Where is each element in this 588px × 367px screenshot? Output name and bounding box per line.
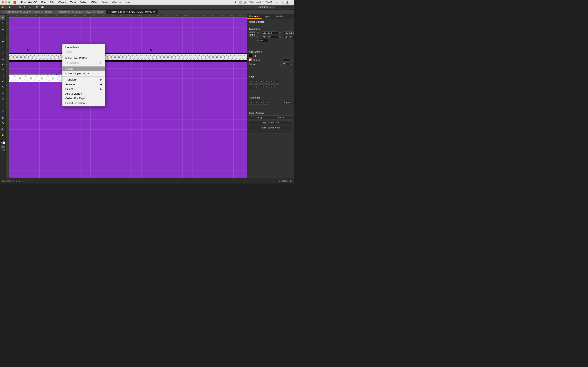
origin-tl[interactable] — [250, 32, 251, 33]
align-top-btn[interactable]: ⊤ — [264, 79, 269, 83]
search-input[interactable] — [272, 6, 293, 9]
eyedropper-tool[interactable]: 💧 — [0, 115, 5, 120]
warp-tool[interactable]: 〜 — [0, 91, 5, 96]
dist-center-h-btn[interactable]: ⊞ — [254, 84, 259, 89]
shape-tool-btn[interactable]: ▭ — [27, 5, 32, 9]
zoom-tool[interactable]: 🔍 — [0, 127, 5, 132]
zoom-display[interactable]: 145.17% ▲ ▼ — [2, 179, 12, 183]
origin-mc[interactable] — [251, 34, 253, 35]
shape-builder-tool[interactable]: ⬡ — [0, 103, 5, 108]
minimize-button[interactable] — [5, 1, 7, 3]
qa-clipping-btn[interactable]: Make Clipping Mask — [249, 125, 292, 130]
dist-left-btn[interactable]: ⊣ — [249, 84, 253, 89]
window-menu[interactable]: Window — [111, 0, 123, 4]
ctx-transform[interactable]: Transform ▶ — [62, 77, 105, 82]
align-more-btn[interactable]: ··· — [290, 90, 292, 93]
layers-tab[interactable]: Layers — [261, 14, 272, 19]
free-transform-tool[interactable]: ⊡ — [0, 96, 5, 101]
opacity-input[interactable] — [280, 62, 290, 66]
direct-selection-tool[interactable]: ▷ — [0, 20, 5, 25]
effect-menu[interactable]: Effect — [90, 0, 100, 4]
tab-0-close[interactable]: × — [4, 11, 7, 13]
w-input[interactable] — [284, 31, 294, 34]
ctx-add-library[interactable]: Add to Library — [62, 91, 105, 96]
pixel-view-btn[interactable] — [3, 149, 5, 151]
normal-view-btn[interactable]: ▤ — [1, 146, 5, 149]
qa-recolor-btn[interactable]: Recolor — [271, 115, 293, 120]
tab-2-close[interactable]: × — [108, 11, 110, 13]
magic-wand-btn[interactable]: ✦ — [13, 5, 17, 9]
pencil-tool[interactable]: ✏ — [0, 67, 5, 72]
stroke-color[interactable] — [2, 141, 5, 144]
origin-tr[interactable] — [254, 32, 255, 33]
zoom-arrows[interactable]: ▲ ▼ — [10, 179, 12, 183]
align-left-btn[interactable]: ⊣ — [249, 79, 253, 83]
page-end[interactable]: ⏭ — [25, 180, 27, 182]
align-right-btn[interactable]: ⊢ — [259, 79, 264, 83]
align-center-h-btn[interactable]: ⊞ — [254, 79, 259, 83]
hand-tool[interactable]: ✋ — [0, 133, 5, 137]
pathfinder-unite[interactable]: ⊕ — [249, 100, 253, 105]
paintbrush-tool[interactable]: 🖌 — [0, 62, 5, 67]
ctx-select[interactable]: Select ▶ — [62, 87, 105, 91]
control-strip-icon[interactable]: ≡ — [291, 1, 292, 4]
stroke-width-input[interactable] — [283, 58, 290, 62]
selection-tool[interactable]: ▶ — [0, 15, 5, 20]
magic-wand-tool[interactable]: ✦ — [0, 27, 5, 32]
dist-right-btn[interactable]: ⊢ — [259, 84, 264, 89]
origin-mr[interactable] — [254, 34, 255, 35]
ctx-redo[interactable]: Redo — [62, 50, 105, 54]
tab-1-close[interactable]: × — [56, 11, 58, 13]
angle-input[interactable] — [259, 39, 268, 42]
appearance-more-btn[interactable]: ··· — [290, 69, 292, 72]
color-swatches[interactable] — [1, 140, 5, 144]
lasso-tool[interactable]: ⌒ — [0, 33, 5, 37]
dist-bottom-btn[interactable]: ⊥ — [274, 84, 279, 89]
help-menu[interactable]: Help — [124, 0, 133, 4]
object-menu[interactable]: Object — [57, 0, 68, 4]
apple-menu[interactable]: 🍎 — [13, 1, 16, 4]
pathfinder-more-btn[interactable]: ··· — [290, 105, 292, 108]
origin-ml[interactable] — [250, 34, 251, 35]
arrange-btn[interactable]: ⊟ — [35, 5, 39, 9]
view-menu[interactable]: View — [101, 0, 110, 4]
rotate-tool[interactable]: ⟲ — [0, 79, 5, 84]
select-menu[interactable]: Select — [78, 0, 89, 4]
ctx-perspective[interactable]: Perspective ▶ — [62, 60, 105, 65]
scale-tool[interactable]: ⤡ — [0, 84, 5, 89]
pathfinder-expand-btn[interactable]: Expand — [283, 101, 292, 104]
shape-tool[interactable]: ▭ — [0, 57, 5, 61]
qa-group-btn[interactable]: Group — [249, 115, 270, 120]
pathfinder-exclude[interactable]: ⊘ — [264, 100, 269, 105]
pen-tool[interactable]: ✒ — [0, 39, 5, 44]
outline-view-btn[interactable] — [1, 149, 3, 151]
ctx-clipping-mask[interactable]: Make Clipping Mask — [62, 71, 105, 76]
qa-align-pixel-btn[interactable]: Align to Pixel Grid — [249, 120, 292, 125]
page-next[interactable]: ▶ — [22, 180, 23, 182]
ctx-export-selection[interactable]: Export Selection... — [62, 101, 105, 105]
canvas-area[interactable]: 2 3 4 5 6 7 8 9 10 11 12 13 14 15 16 17 … — [6, 14, 247, 178]
close-button[interactable] — [2, 1, 4, 3]
type-menu[interactable]: Type — [68, 0, 77, 4]
origin-bl[interactable] — [250, 35, 251, 36]
maximize-button[interactable] — [8, 1, 10, 3]
h-input[interactable] — [284, 35, 294, 38]
origin-bc[interactable] — [251, 35, 253, 36]
perspective-grid-tool[interactable]: ⬛ — [0, 108, 5, 113]
ctx-arrange[interactable]: Arrange ▶ — [62, 82, 105, 87]
essentials-dropdown-icon[interactable]: ⌄ — [269, 6, 271, 8]
transform-origin-grid[interactable] — [249, 31, 256, 37]
line-tool[interactable]: ╱ — [0, 51, 5, 56]
page-prev[interactable]: ◀ — [16, 180, 17, 182]
eraser-tool[interactable]: ◻ — [0, 74, 5, 79]
align-btn[interactable]: ⬤ — [40, 5, 45, 9]
x-input[interactable] — [261, 31, 278, 34]
tab-0[interactable]: × laserfilm.ai* @ 145.17% (RGB/GPU Previ… — [2, 9, 54, 14]
ctx-collect-export[interactable]: Collect For Export — [62, 96, 105, 101]
essentials-label[interactable]: Essentials — [257, 6, 268, 8]
edit-menu[interactable]: Edit — [48, 0, 56, 4]
origin-br[interactable] — [254, 35, 255, 36]
ctx-pixel-perfect[interactable]: Make Pixel Perfect — [62, 56, 105, 60]
selection-handle[interactable] — [56, 74, 57, 75]
stroke-dropdown[interactable]: ▼ — [290, 59, 292, 61]
